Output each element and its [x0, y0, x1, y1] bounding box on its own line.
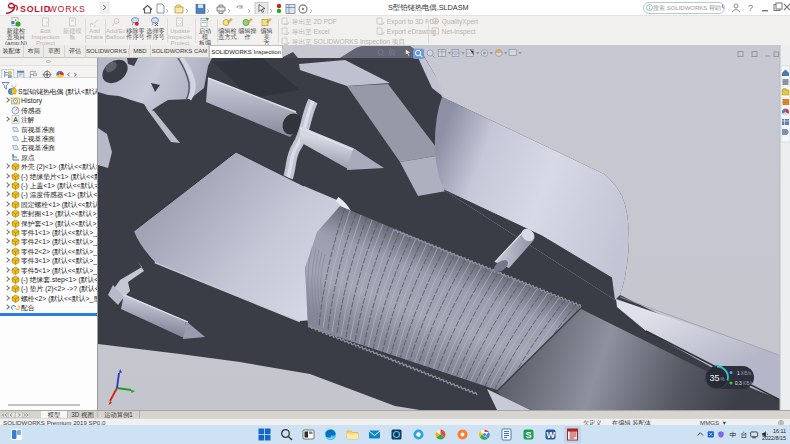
svg-text:S: S	[526, 430, 532, 440]
svg-text:A: A	[13, 116, 18, 123]
svg-text:35: 35	[710, 373, 720, 383]
svg-text:%: %	[721, 377, 725, 382]
svg-text:1 KB/s: 1 KB/s	[737, 371, 752, 376]
svg-text:?: ?	[748, 3, 753, 13]
svg-text:W: W	[547, 430, 556, 440]
svg-text:中: 中	[730, 431, 737, 438]
svg-text:0.3 KB/s: 0.3 KB/s	[735, 381, 754, 386]
svg-text:台: 台	[740, 431, 747, 439]
svg-text:SOLID: SOLID	[20, 4, 51, 14]
svg-text:WORKS: WORKS	[49, 4, 86, 14]
